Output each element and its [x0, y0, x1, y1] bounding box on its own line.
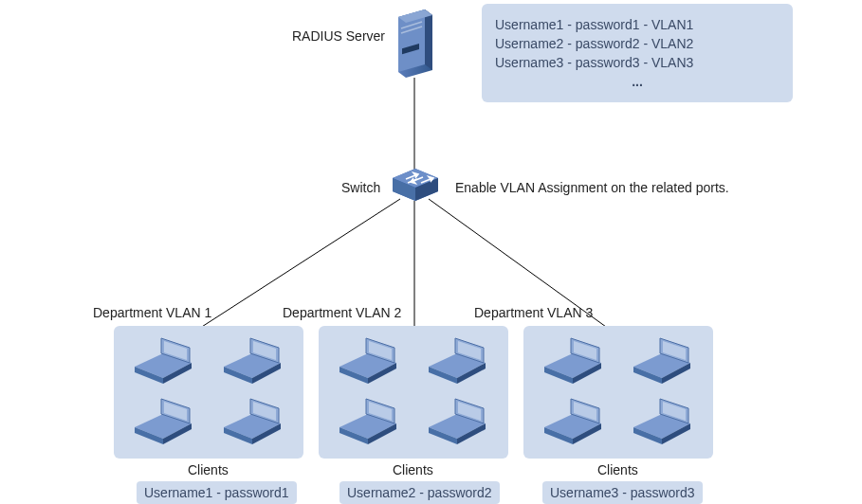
laptop-icon: [421, 395, 495, 450]
config-line: Username1 - password1 - VLAN1: [495, 17, 779, 32]
svg-marker-6: [425, 9, 432, 70]
switch-note: Enable VLAN Assignment on the related po…: [455, 180, 729, 195]
server-icon: [393, 4, 438, 78]
cred-box: Username1 - password1: [137, 481, 297, 504]
dept-title: Department VLAN 3: [474, 305, 593, 320]
switch-icon: [393, 169, 438, 203]
switch-label: Switch: [341, 180, 380, 195]
dept-title: Department VLAN 1: [93, 305, 211, 320]
laptop-icon: [127, 395, 201, 450]
clients-label: Clients: [393, 462, 433, 477]
cred-box: Username3 - password3: [542, 481, 703, 504]
cred-box: Username2 - password2: [339, 481, 500, 504]
clients-label: Clients: [597, 462, 638, 477]
config-panel: Username1 - password1 - VLAN1 Username2 …: [482, 4, 793, 102]
laptop-icon: [537, 334, 611, 389]
laptop-icon: [626, 395, 700, 450]
laptop-icon: [537, 395, 611, 450]
config-line: Username3 - password3 - VLAN3: [495, 55, 779, 70]
server-label: RADIUS Server: [292, 28, 385, 44]
laptop-icon: [332, 395, 406, 450]
dept-group: [319, 326, 508, 459]
laptop-icon: [421, 334, 495, 389]
config-line: Username2 - password2 - VLAN2: [495, 36, 779, 51]
laptop-icon: [626, 334, 700, 389]
config-line-more: ...: [495, 74, 779, 89]
clients-label: Clients: [188, 462, 229, 477]
laptop-icon: [127, 334, 201, 389]
dept-group: [523, 326, 713, 459]
laptop-icon: [332, 334, 406, 389]
laptop-icon: [216, 395, 290, 450]
dept-group: [114, 326, 303, 459]
laptop-icon: [216, 334, 290, 389]
dept-title: Department VLAN 2: [283, 305, 401, 320]
